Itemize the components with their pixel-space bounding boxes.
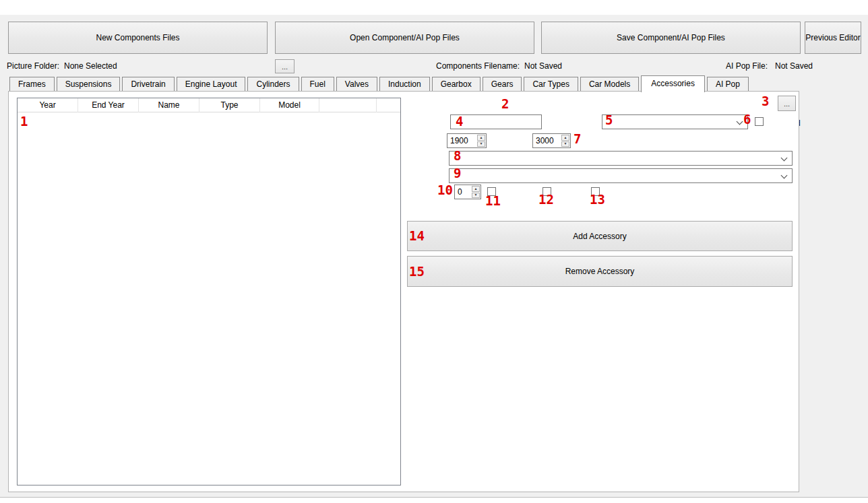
- model-select[interactable]: [449, 151, 793, 166]
- new-components-label: New Components Files: [96, 33, 179, 42]
- skill-req-spinner[interactable]: 0 ▲ ▼: [454, 185, 481, 199]
- column-header-model[interactable]: Model: [260, 98, 319, 112]
- start-year-up-icon[interactable]: ▲: [477, 135, 485, 141]
- column-header-end-year[interactable]: End Year: [78, 98, 139, 112]
- skill-req-down-icon[interactable]: ▼: [472, 193, 480, 199]
- ai-pop-file-value: Not Saved: [775, 61, 813, 71]
- tab-fuel[interactable]: Fuel: [301, 77, 334, 91]
- remove-accessory-label: Remove Accessory: [565, 267, 635, 276]
- picture-select[interactable]: [449, 168, 793, 183]
- stop-year-spinner[interactable]: 3000 ▲ ▼: [532, 133, 571, 148]
- components-filename-label: Components Filename:: [436, 61, 520, 71]
- picture-folder-value: None Selected: [64, 61, 117, 71]
- model-folder-browse-button[interactable]: ...: [778, 96, 796, 111]
- column-header-name[interactable]: Name: [139, 98, 199, 112]
- annotation-4: 4: [456, 115, 463, 128]
- annotation-9: 9: [454, 167, 461, 180]
- stop-year-up-icon[interactable]: ▲: [561, 135, 569, 141]
- open-components-button[interactable]: Open Component/AI Pop Files: [275, 22, 534, 54]
- annotation-8: 8: [454, 149, 461, 162]
- start-year-spinner[interactable]: 1900 ▲ ▼: [447, 133, 487, 148]
- tab-suspensions[interactable]: Suspensions: [57, 77, 121, 91]
- start-year-value: 1900: [447, 134, 476, 147]
- picture-folder-browse-label: ...: [282, 63, 288, 71]
- open-components-label: Open Component/AI Pop Files: [350, 33, 460, 42]
- tab-frames[interactable]: Frames: [9, 77, 55, 91]
- annotation-3: 3: [762, 95, 769, 108]
- annotation-5: 5: [605, 114, 613, 127]
- app-window: New Components Files Open Component/AI P…: [0, 0, 868, 503]
- column-header-year[interactable]: Year: [18, 98, 78, 112]
- tab-gearbox[interactable]: Gearbox: [432, 77, 480, 91]
- accessory-type-select[interactable]: [602, 114, 748, 129]
- components-filename-value: Not Saved: [524, 61, 562, 71]
- chevron-down-icon: [781, 172, 788, 179]
- picture-folder-label: Picture Folder:: [7, 61, 59, 71]
- annotation-6: 6: [743, 113, 751, 126]
- localized-checkbox[interactable]: [755, 117, 764, 126]
- accessory-list-header: Year End Year Name Type Model: [18, 98, 400, 112]
- tab-engine-layout[interactable]: Engine Layout: [177, 77, 246, 91]
- column-header-type[interactable]: Type: [199, 98, 260, 112]
- annotation-12: 12: [538, 193, 554, 206]
- name-input[interactable]: [451, 115, 541, 129]
- column-header-blank[interactable]: [319, 98, 377, 112]
- annotation-14: 14: [409, 230, 425, 242]
- stop-year-value: 3000: [533, 134, 561, 147]
- remove-accessory-button[interactable]: Remove Accessory: [407, 256, 793, 287]
- accessory-list[interactable]: Year End Year Name Type Model: [17, 98, 401, 485]
- tab-gears[interactable]: Gears: [483, 77, 522, 91]
- picture-folder-browse-button[interactable]: ...: [275, 59, 294, 73]
- save-components-button[interactable]: Save Component/AI Pop Files: [541, 22, 801, 54]
- start-year-down-icon[interactable]: ▼: [477, 141, 485, 147]
- tab-car-types[interactable]: Car Types: [524, 77, 578, 91]
- tab-drivetrain[interactable]: Drivetrain: [122, 77, 174, 91]
- model-folder-browse-label: ...: [784, 100, 790, 108]
- tab-car-models[interactable]: Car Models: [580, 77, 639, 91]
- tab-cylinders[interactable]: Cylinders: [247, 77, 299, 91]
- chevron-down-icon: [737, 119, 743, 125]
- tab-valves[interactable]: Valves: [336, 77, 377, 91]
- annotation-11: 11: [485, 195, 501, 207]
- annotation-7: 7: [574, 133, 581, 145]
- skill-req-value: 0: [455, 185, 471, 199]
- stop-year-down-icon[interactable]: ▼: [561, 141, 569, 147]
- annotation-13: 13: [590, 193, 605, 206]
- chevron-down-icon: [781, 155, 788, 162]
- ai-pop-file-label: AI Pop File:: [726, 61, 768, 71]
- save-components-label: Save Component/AI Pop Files: [617, 33, 725, 42]
- previous-editor-button[interactable]: Previous Editor: [805, 22, 861, 54]
- name-field[interactable]: [450, 114, 542, 129]
- new-components-button[interactable]: New Components Files: [8, 22, 268, 54]
- annotation-15: 15: [409, 265, 425, 278]
- skill-req-up-icon[interactable]: ▲: [472, 186, 480, 192]
- previous-editor-label: Previous Editor: [805, 33, 860, 42]
- tab-ai-pop[interactable]: AI Pop: [707, 77, 749, 91]
- add-accessory-label: Add Accessory: [573, 232, 626, 241]
- annotation-2: 2: [501, 98, 509, 110]
- add-accessory-button[interactable]: Add Accessory: [407, 221, 793, 251]
- annotation-10: 10: [437, 184, 453, 197]
- tab-strip: Frames Suspensions Drivetrain Engine Lay…: [9, 75, 749, 92]
- tab-accessories[interactable]: Accessories: [641, 75, 705, 92]
- tab-induction[interactable]: Induction: [379, 77, 430, 91]
- annotation-1: 1: [20, 115, 28, 128]
